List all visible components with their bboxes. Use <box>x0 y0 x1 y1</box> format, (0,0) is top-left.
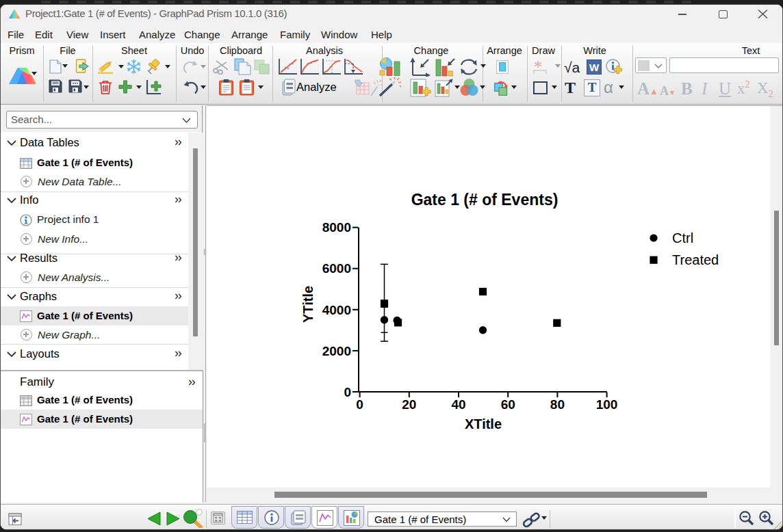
svg-text:Ctrl: Ctrl <box>672 230 693 245</box>
svg-text:20: 20 <box>402 397 416 412</box>
svg-text:100: 100 <box>596 397 618 412</box>
svg-text:Gate 1 (# of Events): Gate 1 (# of Events) <box>411 191 559 209</box>
svg-text:80: 80 <box>550 397 565 412</box>
svg-text:8000: 8000 <box>322 220 351 235</box>
svg-text:2000: 2000 <box>322 344 351 358</box>
svg-text:60: 60 <box>501 397 515 412</box>
svg-text:XTitle: XTitle <box>465 416 502 431</box>
svg-text:4000: 4000 <box>322 303 351 317</box>
svg-text:0: 0 <box>344 385 351 399</box>
svg-text:0: 0 <box>356 397 363 412</box>
svg-text:6000: 6000 <box>322 261 351 276</box>
svg-text:YTitle: YTitle <box>300 286 316 323</box>
svg-text:40: 40 <box>451 397 465 412</box>
svg-text:Treated: Treated <box>672 252 719 267</box>
